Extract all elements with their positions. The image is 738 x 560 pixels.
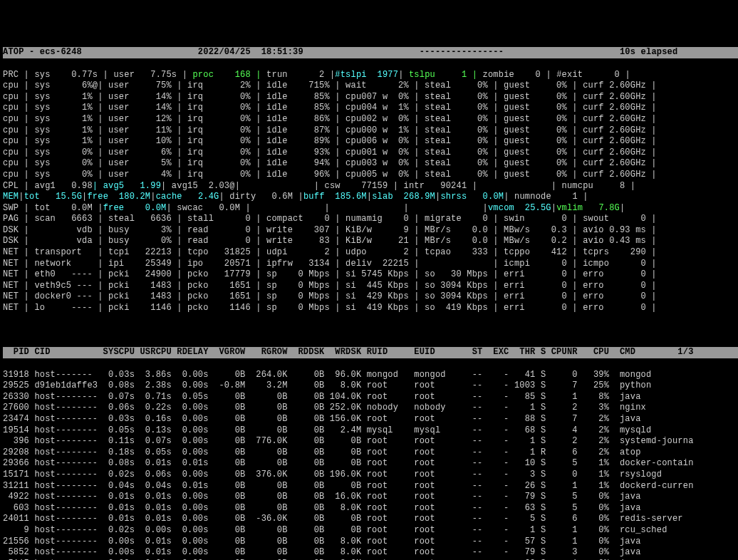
process-row: 31918 host------- 0.03s 3.86s 0.00s 0B 2… [3,370,738,381]
process-row: 31211 host-------- 0.04s 0.04s 0.01s 0B … [3,481,738,492]
process-row: 21556 host-------- 0.00s 0.01s 0.00s 0B … [3,536,738,548]
process-row: 396 host-------- 0.11s 0.07s 0.00s 0B 77… [3,436,738,447]
process-list: 31918 host------- 0.03s 3.86s 0.00s 0B 2… [3,370,738,560]
process-row: 23474 host-------- 0.03s 0.16s 0.00s 0B … [3,414,738,425]
process-row: 29366 host-------- 0.08s 0.01s 0.01s 0B … [3,458,738,470]
system-stats: PRC | sys 0.77s | user 7.75s | proc 168 … [3,70,738,314]
process-row: 27600 host-------- 0.06s 0.22s 0.00s 0B … [3,403,738,414]
process-row: 19514 host-------- 0.05s 0.13s 0.00s 0B … [3,425,738,437]
process-row: 5852 host-------- 0.00s 0.01s 0.00s 0B 0… [3,547,738,559]
process-row: 29208 host-------- 0.18s 0.05s 0.00s 0B … [3,447,738,459]
process-row: 603 host-------- 0.01s 0.01s 0.00s 0B 0B… [3,503,738,514]
process-header: PID CID SYSCPU USRCPU RDELAY VGROW RGROW… [3,347,738,358]
process-row: 9 host-------- 0.02s 0.00s 0.00s 0B 0B 0… [3,525,738,536]
process-row: 24011 host-------- 0.01s 0.01s 0.00s 0B … [3,514,738,525]
process-row: 4922 host-------- 0.01s 0.01s 0.00s 0B 0… [3,492,738,503]
process-row: 29525 d91eb1daffe3 0.08s 2.38s 0.00s -0.… [3,380,738,392]
process-row: 15171 host-------- 0.02s 0.06s 0.00s 0B … [3,470,738,481]
process-row: 26330 host-------- 0.07s 0.71s 0.05s 0B … [3,392,738,403]
atop-header: ATOP - ecs-6248 2022/04/25 18:51:39 ----… [3,47,738,58]
